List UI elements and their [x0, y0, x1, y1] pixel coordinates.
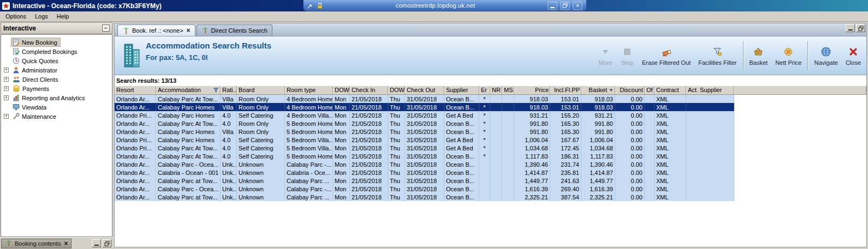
table-row[interactable]: Orlando Ar...Calabay Parc At Tow...4.0Se… — [115, 152, 734, 160]
tab-direct-clients-search[interactable]: Direct Clients Search — [197, 25, 272, 36]
erase-filtered-out-button[interactable]: Erase Filtered Out — [638, 44, 694, 68]
table-row[interactable]: Orlando Ar...Calabay Parc - Ocea...Unk..… — [115, 185, 734, 193]
table-row[interactable]: Orlando Pri...Calabay Parc Homes4.0Self … — [115, 136, 734, 144]
column-header-basket[interactable]: Basket — [581, 86, 615, 94]
cell-room-type: 5 Bedroom Villa... — [285, 136, 333, 144]
tab-close-icon[interactable]: × — [187, 27, 191, 34]
column-header-label: Of — [646, 87, 653, 93]
cell-accommodation: Calabay Parc At Tow... — [156, 144, 221, 152]
sidebar-item-new-booking[interactable]: New Booking — [1, 38, 112, 47]
navigate-button[interactable]: Navigate — [810, 44, 841, 68]
close-button[interactable]: Close — [842, 44, 865, 68]
tab-book-ref-none[interactable]: Book. ref .: <none>× — [117, 25, 195, 36]
column-header-contract[interactable]: Contract — [655, 86, 686, 94]
panel-restore-button[interactable] — [102, 239, 111, 247]
pin-icon[interactable] — [307, 2, 314, 9]
table-row[interactable]: Orlando Ar...Calabay Parc at Tow...Unk..… — [115, 177, 734, 185]
rdp-close-button[interactable]: × — [573, 2, 582, 10]
cell-rati: Unk... — [221, 193, 237, 201]
expand-icon[interactable]: + — [4, 114, 9, 119]
table-row[interactable]: Orlando Ar...Calabay Parc HomesVillaRoom… — [115, 127, 734, 136]
cell-board: Self Catering — [237, 144, 285, 152]
cell-act-supplier — [686, 168, 734, 177]
sidebar-item-viewdata[interactable]: Viewdata — [1, 102, 112, 112]
column-header-check-out[interactable]: Check Out — [405, 86, 444, 94]
sidebar-item-maintenance[interactable]: +Maintenance — [1, 112, 112, 121]
column-header-act-supplier[interactable]: Act. Supplier — [686, 86, 734, 94]
cell-basket: 991.80 — [581, 119, 615, 127]
cell-room-type: 5 Bedroom Home — [285, 119, 333, 127]
nett-price-button[interactable]: Nett Price — [771, 44, 805, 68]
column-header-board[interactable]: Board — [237, 86, 285, 94]
cell-supplier: Ocean B... — [444, 119, 479, 127]
column-header-room-type[interactable]: Room type — [285, 86, 333, 94]
column-header-incl-fl-pp[interactable]: Incl.Fl.PP — [550, 86, 581, 94]
column-header-nr[interactable]: NR — [490, 86, 502, 94]
table-row[interactable]: Orlando Ar...Calabay Parc at Tow...Unk..… — [115, 193, 734, 201]
cell-check-in: 21/05/2018 — [350, 111, 388, 119]
cell-check-in: 21/05/2018 — [350, 119, 388, 127]
panel-minimize-button[interactable] — [92, 239, 101, 247]
collapse-panel-button[interactable]: − — [102, 25, 110, 32]
menu-item-options[interactable]: Options — [1, 12, 31, 21]
column-header-ms[interactable]: MS — [502, 86, 514, 94]
column-header-check-in[interactable]: Check In — [350, 86, 388, 94]
sidebar-item-label: Reporting and Analytics — [22, 95, 85, 101]
booking-contents-close-icon[interactable]: × — [64, 240, 68, 247]
table-row[interactable]: Orlando Ar...Calabria - Ocean - 001Unk..… — [115, 168, 734, 177]
expand-icon[interactable]: + — [4, 68, 9, 72]
column-header-accommodation[interactable]: Accommodation — [156, 86, 221, 94]
sidebar-item-completed-bookings[interactable]: Completed Bookings — [1, 47, 112, 56]
column-header-of[interactable]: Of — [645, 86, 655, 94]
expand-icon[interactable]: + — [4, 86, 9, 91]
cell-check-in: 21/05/2018 — [350, 177, 388, 185]
column-header-supplier[interactable]: Supplier — [444, 86, 479, 94]
cell-check-out: 31/05/2018 — [405, 119, 444, 127]
mdi-minimize-button[interactable] — [846, 24, 855, 32]
facilities-filter-button[interactable]: Facilities Filter — [694, 44, 740, 68]
rdp-minimize-button[interactable] — [548, 2, 557, 10]
filter-icon — [712, 46, 722, 57]
sidebar-item-quick-quotes[interactable]: Quick Quotes — [1, 56, 112, 65]
cell-discount: 0.00 — [615, 160, 645, 168]
column-header-label: NR — [492, 87, 501, 93]
column-header-dow[interactable]: DOW — [333, 86, 350, 94]
cell-dow: Mon — [333, 160, 350, 168]
table-row[interactable]: Orlando Ar...Calabay Parc At Tow...4.0Ro… — [115, 119, 734, 127]
cell-contract: XML — [655, 185, 686, 193]
sidebar-item-label: Payments — [22, 86, 49, 92]
cell-er — [479, 193, 490, 201]
table-row[interactable]: Orlando Pri...Calabay Parc Homes4.0Self … — [115, 111, 734, 119]
rdp-restore-button[interactable] — [560, 2, 570, 10]
sidebar-item-administrator[interactable]: +Administrator — [1, 65, 112, 75]
cell-er — [479, 185, 490, 193]
menu-item-help[interactable]: Help — [52, 12, 74, 21]
results-grid: ResortAccommodationRati...BoardRoom type… — [115, 86, 866, 247]
cell-supplier: Ocean B... — [444, 95, 479, 103]
column-header-dow[interactable]: DOW — [388, 86, 405, 94]
table-row[interactable]: Orlando Ar...Calabay Parc At Tow...Villa… — [115, 95, 734, 103]
sidebar-item-reporting-and-analytics[interactable]: +Reporting and Analytics — [1, 93, 112, 102]
table-row[interactable]: Orlando Ar...Calabay Parc HomesVillaRoom… — [115, 103, 734, 111]
sidebar-item-direct-clients[interactable]: +Direct Clients — [1, 75, 112, 84]
table-row[interactable]: Orlando Pri...Calabay Parc At Tow...4.0S… — [115, 144, 734, 152]
cell-basket: 1,006.04 — [581, 136, 615, 144]
expand-icon[interactable]: + — [4, 95, 9, 100]
cell-price: 931.21 — [514, 111, 550, 119]
column-header-rati[interactable]: Rati... — [221, 86, 237, 94]
toolbar-button-label: Basket — [750, 59, 768, 66]
table-row[interactable]: Orlando Ar...Calabay Parc - Ocea...Unk..… — [115, 160, 734, 168]
booking-contents-tab[interactable]: Booking contents × — [1, 239, 72, 248]
cell-resort: Orlando Ar... — [115, 152, 156, 160]
rdp-connection-bar[interactable]: comostreetrdp.topdog.uk.net × — [303, 0, 587, 11]
column-header-resort[interactable]: Resort — [115, 86, 156, 94]
filter-small-icon[interactable] — [213, 87, 219, 93]
basket-button[interactable]: Basket — [746, 44, 772, 68]
column-header-er[interactable]: Er — [479, 86, 490, 94]
mdi-restore-button[interactable] — [856, 24, 865, 32]
menu-item-logs[interactable]: Logs — [31, 12, 52, 21]
sidebar-item-payments[interactable]: +Payments — [1, 84, 112, 93]
expand-icon[interactable]: + — [4, 77, 9, 82]
column-header-discount[interactable]: Discount — [615, 86, 645, 94]
column-header-price[interactable]: Price — [514, 86, 550, 94]
